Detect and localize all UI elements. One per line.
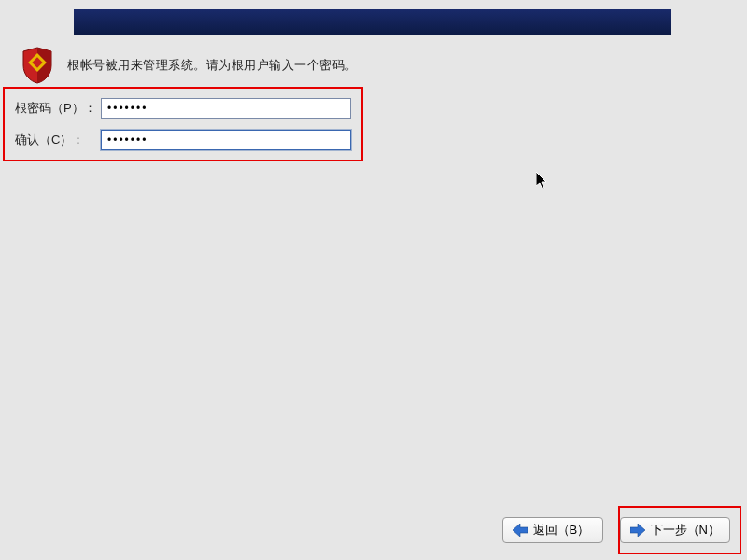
intro-row: 根帐号被用来管理系统。请为根用户输入一个密码。 — [21, 47, 358, 84]
arrow-left-icon — [513, 524, 528, 537]
next-button[interactable]: 下一步（N） — [620, 517, 730, 543]
arrow-right-icon — [630, 524, 645, 537]
shield-icon — [21, 47, 54, 84]
confirm-password-input[interactable] — [101, 130, 351, 150]
header-banner — [74, 9, 671, 35]
back-button-label: 返回（B） — [533, 522, 590, 539]
footer-button-bar: 返回（B） 下一步（N） — [0, 517, 747, 543]
root-password-form: 根密码（P）： 确认（C）： — [15, 98, 351, 161]
password-label: 根密码（P）： — [15, 100, 101, 117]
confirm-row: 确认（C）： — [15, 130, 351, 150]
password-row: 根密码（P）： — [15, 98, 351, 119]
intro-text: 根帐号被用来管理系统。请为根用户输入一个密码。 — [67, 57, 358, 74]
confirm-label: 确认（C）： — [15, 132, 101, 148]
root-password-input[interactable] — [101, 98, 351, 119]
back-button[interactable]: 返回（B） — [502, 517, 603, 543]
mouse-cursor — [536, 172, 549, 193]
next-button-label: 下一步（N） — [651, 522, 720, 539]
